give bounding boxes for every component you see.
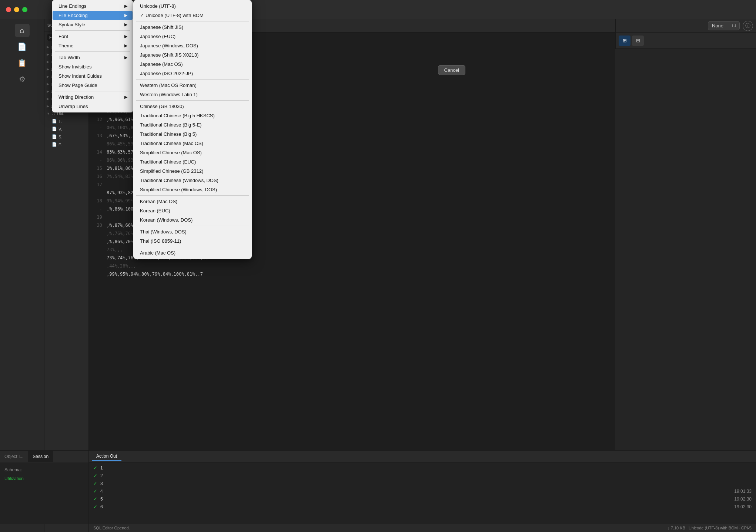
menu-item-korean-euc[interactable]: Korean (EUC) xyxy=(134,206,251,215)
schema-item-f2[interactable]: 📄F. xyxy=(44,141,88,148)
encoding-sep-6 xyxy=(136,247,249,247)
tab-object-info[interactable]: Object I... xyxy=(0,451,28,462)
sidebar-new-query-icon[interactable]: 📄 xyxy=(15,40,30,53)
line-endings-arrow-icon: ▶ xyxy=(124,4,127,9)
schema-item-s[interactable]: 📄S. xyxy=(44,133,88,141)
syntax-style-label: Syntax Style xyxy=(58,22,85,27)
action-output-tab[interactable]: Action Out xyxy=(92,452,121,461)
fullscreen-button[interactable] xyxy=(22,7,27,12)
right-tab-icon-2[interactable]: ⊟ xyxy=(632,36,644,46)
session-row-3: ✓ 3 xyxy=(93,479,752,487)
trad-chinese-big5-label: Traditional Chinese (Big 5) xyxy=(140,131,197,137)
session-row-4: ✓ 4 19:01:33 xyxy=(93,487,752,495)
menu-item-tab-width[interactable]: Tab Width ▶ xyxy=(53,53,133,62)
sidebar-home-icon[interactable]: ⌂ xyxy=(15,24,30,37)
utf8-bom-checkmark-icon: ✓ xyxy=(140,13,144,18)
menu-item-arabic-mac[interactable]: Arabic (Mac OS) xyxy=(134,248,251,257)
show-invisibles-label: Show Invisibles xyxy=(58,64,92,70)
font-arrow-icon: ▶ xyxy=(124,34,127,39)
menu-item-shift-jis-x[interactable]: Japanese (Shift JIS X0213) xyxy=(134,50,251,60)
menu-item-unwrap-lines[interactable]: Unwrap Lines xyxy=(53,102,133,111)
menu-item-shift-jis[interactable]: Japanese (Shift JIS) xyxy=(134,23,251,32)
menu-item-western-windows[interactable]: Western (Windows Latin 1) xyxy=(134,90,251,99)
menu-item-font[interactable]: Font ▶ xyxy=(53,32,133,41)
menu-item-show-invisibles[interactable]: Show Invisibles xyxy=(53,62,133,71)
object-info-panel: Object I... Session Schema: Utilization xyxy=(0,450,89,524)
korean-windows-label: Korean (Windows, DOS) xyxy=(140,217,193,223)
menu-item-file-encoding[interactable]: File Encoding ▶ xyxy=(53,11,133,20)
menu-item-syntax-style[interactable]: Syntax Style ▶ xyxy=(53,20,133,29)
shift-jis-label: Japanese (Shift JIS) xyxy=(140,24,183,30)
trad-chinese-windows-label: Traditional Chinese (Windows, DOS) xyxy=(140,178,218,183)
chinese-gb-label: Chinese (GB 18030) xyxy=(140,104,184,109)
cancel-button[interactable]: Cancel xyxy=(438,65,465,75)
menu-item-show-indent-guides[interactable]: Show Indent Guides xyxy=(53,71,133,81)
theme-label: Theme xyxy=(58,43,73,48)
writing-direction-arrow-icon: ▶ xyxy=(124,95,127,100)
encoding-sep-1 xyxy=(136,21,249,21)
menu-item-western-mac[interactable]: Western (Mac OS Roman) xyxy=(134,81,251,90)
sidebar-settings-icon[interactable]: ⚙ xyxy=(15,73,30,86)
check-icon-6: ✓ xyxy=(93,504,97,509)
session-num-6: 6 xyxy=(100,504,103,509)
check-icon-2: ✓ xyxy=(93,473,97,478)
menu-item-japanese-windows[interactable]: Japanese (Windows, DOS) xyxy=(134,41,251,50)
status-bar: SQL Editor Opened. ↓ 7.10 KB · Unicode (… xyxy=(89,524,756,532)
session-num-4: 4 xyxy=(100,489,103,494)
menu-item-chinese-gb[interactable]: Chinese (GB 18030) xyxy=(134,102,251,111)
menu-item-theme[interactable]: Theme ▶ xyxy=(53,41,133,50)
tab-session[interactable]: Session xyxy=(28,451,53,462)
session-row-6: ✓ 6 19:02:30 xyxy=(93,503,752,511)
menu-item-korean-windows[interactable]: Korean (Windows, DOS) xyxy=(134,215,251,225)
close-button[interactable] xyxy=(6,7,11,12)
sidebar-table-icon[interactable]: 📋 xyxy=(15,56,30,70)
session-row-5: ✓ 5 19:02:30 xyxy=(93,495,752,503)
right-tab-icon-1[interactable]: ⊞ xyxy=(619,36,630,46)
unwrap-lines-label: Unwrap Lines xyxy=(58,104,88,109)
menu-item-japanese-euc[interactable]: Japanese (EUC) xyxy=(134,32,251,41)
menu-item-utf8-bom[interactable]: ✓ Unicode (UTF-8) with BOM xyxy=(134,11,251,20)
schema-label: Schema: xyxy=(4,467,22,472)
menu-item-trad-chinese-big5e[interactable]: Traditional Chinese (Big 5-E) xyxy=(134,120,251,129)
session-time-4: 19:01:33 xyxy=(734,489,752,494)
file-encoding-label: File Encoding xyxy=(58,13,88,18)
menu-item-utf8[interactable]: Unicode (UTF-8) xyxy=(134,1,251,11)
menu-item-japanese-iso[interactable]: Japanese (ISO 2022-JP) xyxy=(134,69,251,78)
menu-item-simp-chinese-mac[interactable]: Simplified Chinese (Mac OS) xyxy=(134,148,251,157)
schema-item-v[interactable]: 📄V. xyxy=(44,125,88,133)
menu-item-writing-direction[interactable]: Writing Direction ▶ xyxy=(53,92,133,102)
menu-item-trad-chinese-mac[interactable]: Traditional Chinese (Mac OS) xyxy=(134,139,251,148)
menu-item-trad-chinese-euc[interactable]: Traditional Chinese (EUC) xyxy=(134,157,251,166)
menu-item-show-page-guide[interactable]: Show Page Guide xyxy=(53,81,133,90)
menu-item-thai-windows[interactable]: Thai (Windows, DOS) xyxy=(134,227,251,236)
menu-item-trad-chinese-windows[interactable]: Traditional Chinese (Windows, DOS) xyxy=(134,176,251,185)
none-dropdown[interactable]: None Option 1 xyxy=(708,21,740,30)
check-icon-5: ✓ xyxy=(93,496,97,502)
check-icon-3: ✓ xyxy=(93,481,97,486)
menu-item-trad-chinese-big5-hkscs[interactable]: Traditional Chinese (Big 5 HKSCS) xyxy=(134,111,251,120)
menu-item-simp-chinese-gb2312[interactable]: Simplified Chinese (GB 2312) xyxy=(134,166,251,176)
minimize-button[interactable] xyxy=(14,7,19,12)
session-list: ✓ 1 ✓ 2 ✓ 3 ✓ 4 19:01:33 ✓ 5 19:02:30 ✓ … xyxy=(89,462,756,512)
session-time-5: 19:02:30 xyxy=(734,496,752,502)
menu-item-korean-mac[interactable]: Korean (Mac OS) xyxy=(134,197,251,206)
menu-item-trad-chinese-big5[interactable]: Traditional Chinese (Big 5) xyxy=(134,129,251,139)
syntax-style-arrow-icon: ▶ xyxy=(124,22,127,27)
menu-item-arabic-iso[interactable]: Arabic (ISO 8859-6) xyxy=(134,257,251,259)
menu-item-thai-iso[interactable]: Thai (ISO 8859-11) xyxy=(134,236,251,246)
right-tab-icons-row: ⊞ ⊟ xyxy=(615,33,756,49)
info-button[interactable]: ⓘ xyxy=(743,21,753,31)
session-time-6: 19:02:30 xyxy=(734,504,752,509)
check-icon-4: ✓ xyxy=(93,488,97,494)
menu-item-line-endings[interactable]: Line Endings ▶ xyxy=(53,1,133,11)
menu-item-simp-chinese-windows[interactable]: Simplified Chinese (Windows, DOS) xyxy=(134,185,251,194)
simp-chinese-windows-label: Simplified Chinese (Windows, DOS) xyxy=(140,187,217,192)
none-select-container: None Option 1 ⬆⬇ xyxy=(708,21,740,30)
menu-item-japanese-mac[interactable]: Japanese (Mac OS) xyxy=(134,60,251,69)
file-encoding-arrow-icon: ▶ xyxy=(124,13,127,18)
session-row-1: ✓ 1 xyxy=(93,464,752,472)
object-info-content: Schema: Utilization xyxy=(0,462,88,485)
encoding-sep-4 xyxy=(136,195,249,196)
japanese-mac-label: Japanese (Mac OS) xyxy=(140,61,183,67)
schema-item-t[interactable]: 📄T. xyxy=(44,117,88,125)
